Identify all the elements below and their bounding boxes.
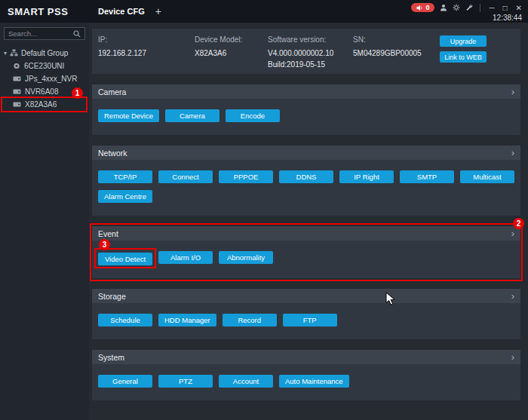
tcp-ip-button[interactable]: TCP/IP bbox=[98, 170, 152, 183]
tools-icon[interactable] bbox=[465, 4, 473, 11]
device-info-panel: IP: 192.168.2.127 Device Model: X82A3A6 … bbox=[92, 29, 520, 74]
encode-button[interactable]: Encode bbox=[226, 109, 280, 122]
sn-label: SN: bbox=[353, 35, 436, 44]
close-button[interactable]: ✕ bbox=[514, 4, 523, 12]
section-title: Storage bbox=[98, 292, 511, 301]
device-cfg-panel: IP: 192.168.2.127 Device Model: X82A3A6 … bbox=[89, 23, 528, 420]
remote-device-button[interactable]: Remote Device bbox=[98, 109, 159, 122]
titlebar-divider bbox=[480, 4, 480, 12]
build-value: Build:2019-05-15 bbox=[268, 60, 353, 69]
section-camera: Camera › Remote Device Camera Encode bbox=[92, 84, 520, 135]
sn-value: 5M04289GBP00005 bbox=[353, 49, 436, 57]
device-label: 6CE230UNI bbox=[24, 62, 64, 70]
alarm-centre-button[interactable]: Alarm Centre bbox=[98, 190, 152, 203]
section-header-camera[interactable]: Camera › bbox=[92, 84, 520, 99]
section-title: Network bbox=[98, 149, 511, 158]
ip-label: IP: bbox=[98, 35, 195, 44]
upgrade-button[interactable]: Upgrade bbox=[440, 35, 487, 47]
section-title: System bbox=[98, 353, 511, 362]
section-title: Event bbox=[98, 229, 511, 238]
annotation-step-2-badge: 2 bbox=[513, 218, 524, 229]
chevron-right-icon: › bbox=[511, 352, 514, 362]
general-button[interactable]: General bbox=[98, 375, 152, 388]
sidebar-item-6ce230uni[interactable]: 6CE230UNI bbox=[0, 60, 89, 72]
device-label: X82A3A6 bbox=[25, 100, 57, 109]
speaker-icon bbox=[416, 5, 423, 11]
ip-value: 192.168.2.127 bbox=[98, 49, 195, 57]
chevron-right-icon: › bbox=[511, 148, 514, 158]
app-logo: SMART PSS bbox=[0, 6, 89, 17]
abnormality-button[interactable]: Abnormality bbox=[219, 251, 273, 264]
section-network: Network › TCP/IP Connect PPPOE DDNS IP R… bbox=[92, 146, 520, 216]
connect-button[interactable]: Connect bbox=[158, 170, 213, 183]
chevron-right-icon: › bbox=[511, 228, 514, 238]
nvr-device-icon bbox=[13, 75, 21, 82]
device-model-label: Device Model: bbox=[195, 35, 268, 44]
sidebar-item-x82a3a6[interactable]: X82A3A6 1 bbox=[0, 98, 89, 111]
titlebar-right: 0 ─ □ ✕ 12:38:44 bbox=[411, 1, 528, 22]
nvr-device-icon bbox=[13, 88, 21, 95]
pppoe-button[interactable]: PPPOE bbox=[219, 170, 273, 183]
record-button[interactable]: Record bbox=[223, 314, 277, 326]
user-icon[interactable] bbox=[440, 4, 447, 11]
nvr-device-icon bbox=[13, 101, 21, 108]
search-icon[interactable] bbox=[73, 30, 81, 38]
chevron-right-icon: › bbox=[511, 291, 514, 301]
section-header-storage[interactable]: Storage › bbox=[92, 289, 520, 303]
annotation-step-1-badge: 1 bbox=[72, 87, 83, 99]
device-label: JPs_4xxx_NVR bbox=[25, 75, 77, 83]
section-header-event[interactable]: Event › bbox=[92, 226, 520, 241]
section-event: Event › Video Detect 3 Alarm I/O Abnorma… bbox=[92, 226, 520, 278]
sidebar-group-default[interactable]: ▾ Default Group bbox=[0, 46, 89, 60]
ip-right-button[interactable]: IP Right bbox=[339, 170, 394, 183]
section-title: Camera bbox=[98, 87, 511, 97]
ptz-button[interactable]: PTZ bbox=[158, 375, 213, 388]
gear-icon[interactable] bbox=[453, 4, 460, 11]
account-button[interactable]: Account bbox=[219, 375, 273, 388]
software-version-label: Software version: bbox=[268, 35, 353, 44]
device-tree-sidebar: ▾ Default Group 6CE230UNI JPs_4xxx_NVR bbox=[0, 23, 89, 420]
annotation-step-3-badge: 3 bbox=[99, 239, 110, 250]
device-model-value: X82A3A6 bbox=[195, 49, 268, 57]
alarm-badge[interactable]: 0 bbox=[411, 3, 434, 12]
schedule-button[interactable]: Schedule bbox=[98, 314, 152, 326]
alarm-io-button[interactable]: Alarm I/O bbox=[158, 251, 213, 264]
search-box bbox=[4, 27, 85, 40]
smartpss-window: SMART PSS Device CFG + 0 bbox=[0, 0, 528, 420]
ftp-button[interactable]: FTP bbox=[283, 314, 337, 326]
auto-maintenance-button[interactable]: Auto Maintenance bbox=[279, 375, 349, 388]
new-tab-button[interactable]: + bbox=[155, 5, 161, 17]
expand-arrow-icon: ▾ bbox=[4, 50, 7, 57]
group-icon bbox=[10, 49, 18, 57]
camera-button[interactable]: Camera bbox=[165, 109, 219, 122]
hdd-manager-button[interactable]: HDD Manager bbox=[158, 314, 216, 326]
tab-device-cfg[interactable]: Device CFG bbox=[98, 7, 145, 16]
section-storage: Storage › Schedule HDD Manager Record FT… bbox=[92, 289, 520, 339]
sidebar-item-jps-4xxx-nvr[interactable]: JPs_4xxx_NVR bbox=[0, 72, 89, 85]
ddns-button[interactable]: DDNS bbox=[279, 170, 333, 183]
dome-camera-icon bbox=[13, 63, 20, 69]
search-input[interactable] bbox=[8, 29, 71, 38]
minimize-button[interactable]: ─ bbox=[487, 4, 496, 12]
maximize-button[interactable]: □ bbox=[502, 4, 509, 12]
device-label: NVR6A08 bbox=[25, 87, 58, 96]
link-to-web-button[interactable]: Link to WEB bbox=[440, 51, 487, 63]
section-header-system[interactable]: System › bbox=[92, 350, 520, 364]
group-label: Default Group bbox=[21, 49, 68, 57]
video-detect-button[interactable]: Video Detect bbox=[98, 253, 152, 265]
smtp-button[interactable]: SMTP bbox=[400, 170, 454, 183]
titlebar: SMART PSS Device CFG + 0 bbox=[0, 0, 528, 23]
clock-display: 12:38:44 bbox=[493, 14, 523, 22]
chevron-right-icon: › bbox=[511, 87, 514, 97]
multicast-button[interactable]: Multicast bbox=[460, 170, 514, 183]
software-version-value: V4.000.0000002.10 bbox=[268, 49, 353, 57]
alarm-count: 0 bbox=[425, 4, 429, 11]
section-header-network[interactable]: Network › bbox=[92, 146, 520, 160]
section-system: System › General PTZ Account Auto Mainte… bbox=[92, 350, 520, 400]
